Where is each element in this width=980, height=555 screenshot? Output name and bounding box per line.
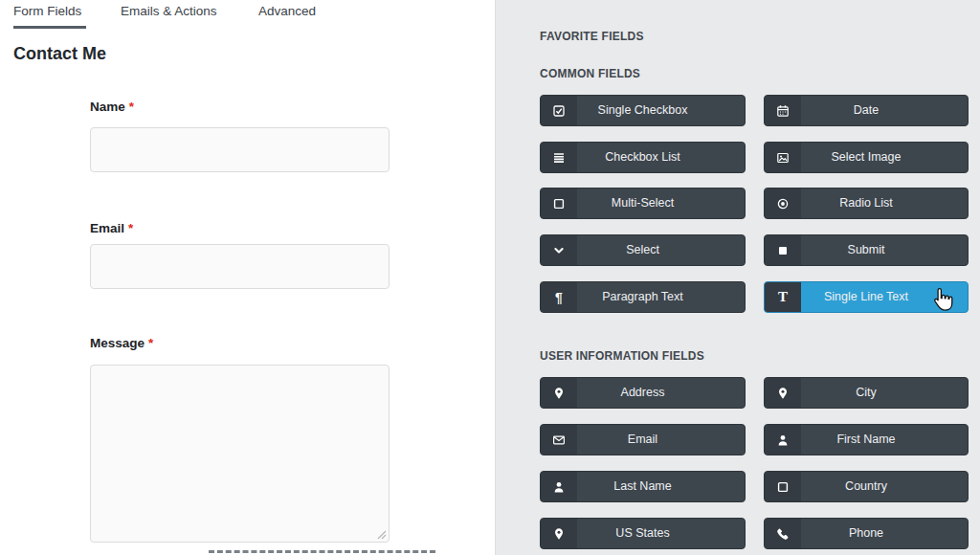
field-button-single-checkbox[interactable]: Single Checkbox [540, 95, 746, 126]
email-field[interactable] [90, 244, 390, 289]
field-button-single-line-text[interactable]: T Single Line Text [764, 281, 969, 313]
tab-form-fields[interactable]: Form Fields [13, 4, 81, 18]
name-field-label: Name* [90, 100, 134, 114]
required-asterisk: * [129, 100, 134, 114]
message-field-label: Message* [90, 336, 153, 350]
field-button-paragraph-text[interactable]: ¶ Paragraph Text [540, 281, 746, 313]
field-button-us-states[interactable]: US States [540, 518, 746, 549]
field-button-address[interactable]: Address [540, 377, 746, 409]
field-button-first-name[interactable]: First Name [764, 424, 969, 455]
next-field-dashed-edge [209, 550, 435, 555]
field-button-submit[interactable]: Submit [764, 234, 969, 266]
field-button-phone[interactable]: Phone [764, 518, 969, 549]
tab-emails-actions[interactable]: Emails & Actions [121, 4, 217, 18]
form-builder-canvas: Form Fields Emails & Actions Advanced Co… [0, 0, 495, 555]
active-tab-underline [13, 26, 86, 29]
page-title: Contact Me [13, 44, 106, 64]
field-button-country[interactable]: Country [764, 471, 969, 502]
field-picker-panel: FAVORITE FIELDS COMMON FIELDS Single Che… [495, 0, 980, 555]
favorite-fields-header: FAVORITE FIELDS [540, 30, 644, 43]
name-field[interactable] [90, 127, 390, 172]
field-button-multi-select[interactable]: Multi-Select [540, 188, 746, 219]
tab-advanced[interactable]: Advanced [258, 4, 316, 18]
field-button-checkbox-list[interactable]: Checkbox List [540, 142, 746, 173]
common-fields-header: COMMON FIELDS [540, 67, 640, 80]
field-button-email[interactable]: Email [540, 424, 746, 455]
message-field[interactable] [90, 365, 390, 543]
email-field-label: Email* [90, 221, 133, 235]
field-button-last-name[interactable]: Last Name [540, 471, 746, 502]
field-button-date[interactable]: Date [764, 95, 969, 126]
field-button-select-image[interactable]: Select Image [764, 142, 969, 173]
field-button-city[interactable]: City [764, 377, 969, 409]
user-information-fields-header: USER INFORMATION FIELDS [540, 349, 704, 363]
required-asterisk: * [128, 221, 133, 235]
field-button-select[interactable]: Select [540, 234, 746, 266]
field-button-radio-list[interactable]: Radio List [764, 188, 969, 219]
required-asterisk: * [148, 336, 153, 350]
